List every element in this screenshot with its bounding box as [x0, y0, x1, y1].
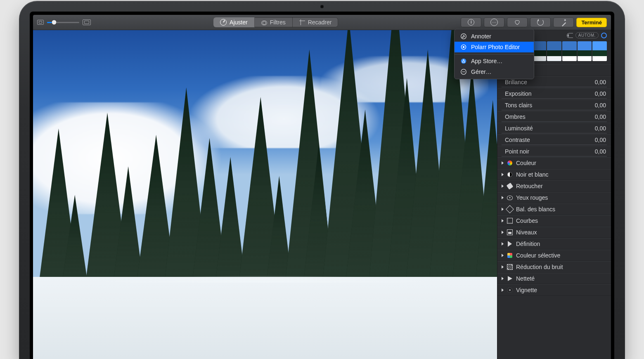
- crop-tab[interactable]: Recadrer: [293, 17, 339, 27]
- crop-label: Recadrer: [308, 19, 332, 26]
- adjust-group-row[interactable]: Couleur sélective: [497, 250, 611, 261]
- extensions-menu: Annoter Polarr Photo Editor: [454, 29, 534, 79]
- group-label: Vignette: [516, 287, 537, 293]
- group-label: Niveaux: [516, 229, 537, 236]
- favorite-button[interactable]: [507, 17, 528, 27]
- zoom-out-icon: [37, 20, 44, 25]
- group-icon: [507, 172, 513, 177]
- filters-label: Filtres: [270, 19, 286, 26]
- adjust-group-row[interactable]: Vignette: [497, 284, 611, 296]
- menu-item-label: Gérer…: [471, 68, 492, 75]
- menu-item-polarr[interactable]: Polarr Photo Editor: [455, 42, 534, 52]
- manage-icon: [460, 68, 467, 75]
- slider-value: 0,00: [595, 148, 606, 155]
- slider-label: Contraste: [505, 137, 530, 143]
- adjust-tab[interactable]: Ajuster: [213, 17, 255, 27]
- group-label: Yeux rouges: [516, 194, 548, 201]
- laptop-camera: [320, 5, 324, 8]
- disclosure-icon: [502, 242, 504, 246]
- rotate-button[interactable]: [530, 17, 551, 27]
- filters-tab[interactable]: Filtres: [255, 17, 293, 27]
- menu-item-annotate[interactable]: Annoter: [455, 31, 534, 42]
- adjust-group-row[interactable]: Courbes: [497, 215, 611, 227]
- group-label: Netteté: [516, 275, 535, 282]
- slider-value: 0,00: [595, 90, 606, 97]
- group-icon: [507, 241, 513, 247]
- more-icon: ⋯: [490, 19, 498, 26]
- photo-content: [33, 30, 497, 359]
- group-icon: [507, 276, 513, 281]
- disclosure-icon: [502, 196, 504, 199]
- light-slider-row[interactable]: Tons clairs0,00: [497, 99, 611, 111]
- auto-enhance-button[interactable]: [553, 17, 574, 27]
- slider-label: Point noir: [505, 148, 529, 155]
- adjust-group-row[interactable]: Niveaux: [497, 227, 611, 238]
- light-thumb[interactable]: [562, 41, 577, 61]
- light-slider-row[interactable]: Ombres0,00: [497, 111, 611, 123]
- disclosure-icon: [502, 277, 504, 280]
- light-slider-row[interactable]: Contraste0,00: [497, 134, 611, 146]
- adjust-group-row[interactable]: Retoucher: [497, 180, 611, 192]
- group-label: Définition: [516, 241, 540, 247]
- adjust-group-row[interactable]: Netteté: [497, 273, 611, 284]
- group-icon: [507, 195, 513, 201]
- zoom-slider[interactable]: [47, 22, 79, 23]
- group-icon: [507, 206, 513, 212]
- slider-value: 0,00: [595, 113, 606, 120]
- disclosure-icon: [502, 208, 504, 211]
- adjust-group-row[interactable]: Yeux rouges: [497, 192, 611, 203]
- undo-icon[interactable]: [567, 33, 573, 38]
- disclosure-icon: [502, 173, 504, 176]
- slider-value: 0,00: [595, 125, 606, 132]
- light-slider-row[interactable]: Point noir0,00: [497, 146, 611, 157]
- appstore-icon: [460, 58, 467, 64]
- rotate-icon: [537, 19, 544, 26]
- disclosure-icon: [502, 231, 504, 234]
- section-toggle-icon[interactable]: [601, 33, 607, 38]
- zoom-in-icon: [83, 19, 91, 25]
- menu-item-manage[interactable]: Gérer…: [455, 66, 534, 77]
- zoom-control[interactable]: [37, 19, 91, 25]
- adjust-group-row[interactable]: Réduction du bruit: [497, 261, 611, 273]
- adjust-group-row[interactable]: Noir et blanc: [497, 169, 611, 180]
- adjust-group-row[interactable]: Définition: [497, 238, 611, 250]
- photo-canvas[interactable]: [33, 30, 497, 359]
- extensions-button[interactable]: ⋯: [484, 17, 504, 27]
- disclosure-icon: [502, 184, 504, 188]
- group-label: Bal. des blancs: [516, 206, 555, 213]
- group-icon: [507, 287, 513, 293]
- disclosure-icon: [502, 288, 504, 292]
- slider-label: Luminosité: [505, 125, 533, 132]
- done-button[interactable]: Terminé: [576, 18, 607, 27]
- light-thumb[interactable]: [578, 41, 592, 61]
- light-slider-row[interactable]: Luminosité0,00: [497, 123, 611, 134]
- light-thumb[interactable]: [592, 41, 607, 61]
- light-thumb[interactable]: [547, 41, 561, 61]
- slider-label: Ombres: [505, 113, 526, 120]
- photos-app-window: Ajuster Filtres Recadrer: [33, 15, 611, 359]
- light-slider-row[interactable]: Exposition0,00: [497, 88, 611, 99]
- group-icon: [507, 253, 513, 258]
- disclosure-icon: [502, 219, 504, 222]
- adjust-group-row[interactable]: Couleur: [497, 157, 611, 169]
- disclosure-icon: [502, 254, 504, 257]
- group-label: Réduction du bruit: [516, 264, 563, 270]
- group-icon: [507, 183, 513, 189]
- group-label: Couleur sélective: [516, 252, 560, 259]
- edit-mode-segment[interactable]: Ajuster Filtres Recadrer: [213, 17, 338, 27]
- slider-value: 0,00: [595, 102, 606, 109]
- slider-label: Brillance: [505, 79, 527, 85]
- group-label: Courbes: [516, 217, 538, 224]
- group-icon: [507, 160, 513, 166]
- slider-value: 0,00: [595, 79, 606, 85]
- info-button[interactable]: i: [461, 17, 481, 27]
- slider-label: Tons clairs: [505, 102, 532, 109]
- auto-badge[interactable]: AUTOM.: [575, 32, 599, 38]
- wand-icon: [561, 19, 566, 25]
- group-icon: [507, 218, 513, 224]
- menu-item-appstore[interactable]: App Store…: [455, 54, 534, 66]
- slider-value: 0,00: [595, 137, 606, 143]
- adjust-group-row[interactable]: Bal. des blancs: [497, 203, 611, 215]
- menu-item-label: Annoter: [471, 33, 491, 40]
- markup-icon: [460, 33, 467, 40]
